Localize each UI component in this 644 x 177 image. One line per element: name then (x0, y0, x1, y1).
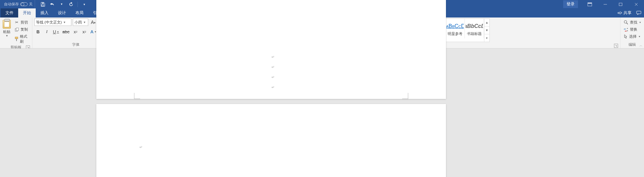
svg-rect-5 (619, 3, 622, 6)
svg-line-56 (626, 23, 628, 24)
search-icon (624, 20, 628, 25)
svg-rect-15 (16, 39, 17, 41)
svg-point-55 (624, 21, 627, 23)
style-name: 书籍标题 (467, 31, 482, 36)
svg-rect-3 (588, 3, 592, 4)
underline-button[interactable]: U▼ (52, 28, 60, 35)
save-icon[interactable] (40, 1, 46, 7)
group-label-editing: 编辑 (629, 42, 636, 46)
gallery-up-button[interactable]: ▲ (484, 19, 489, 26)
copy-icon (14, 27, 19, 32)
font-name-value: 等线 (中文正文) (36, 20, 62, 25)
ribbon-display-options-icon[interactable] (582, 0, 598, 8)
page-2[interactable]: ↵ (96, 104, 446, 177)
replace-icon: abac (624, 28, 628, 32)
cut-label: 剪切 (21, 20, 28, 25)
style-preview: AaBbCcDd (465, 21, 483, 31)
scissors-icon: ✂ (14, 20, 19, 25)
svg-rect-0 (42, 5, 44, 6)
paragraph-mark-icon: ↵ (271, 65, 275, 69)
chevron-down-icon: ▼ (63, 21, 66, 24)
cut-button[interactable]: ✂ 剪切 (13, 19, 30, 26)
grow-font-button[interactable]: A▴ (90, 19, 97, 26)
separator (77, 2, 78, 7)
style-name: 明显参考 (448, 31, 462, 36)
chevron-down-icon: ▼ (57, 31, 59, 33)
undo-icon[interactable] (49, 1, 55, 7)
comments-button[interactable] (636, 11, 641, 15)
copy-button[interactable]: 复制 (13, 26, 30, 33)
chevron-down-icon: ▼ (639, 21, 641, 24)
undo-more-caret-icon[interactable]: ▼ (59, 1, 65, 7)
close-icon[interactable] (629, 0, 644, 8)
share-label: 共享 (623, 10, 632, 16)
paragraph-mark-icon: ↵ (271, 85, 275, 90)
bold-button[interactable]: B (34, 28, 42, 35)
replace-label: 替换 (630, 27, 637, 32)
style-swatch[interactable]: AaBbCcDd明显参考 (446, 19, 465, 38)
paragraph-mark-icon: ↵ (271, 75, 275, 79)
share-icon (617, 11, 622, 15)
font-name-dropdown[interactable]: 等线 (中文正文)▼ (34, 19, 71, 26)
dialog-launcher-styles[interactable]: ↘ (614, 44, 618, 48)
style-swatch[interactable]: AaBbCcDd书籍标题 (465, 19, 484, 38)
paste-button[interactable]: 粘贴 ▼ (2, 19, 12, 37)
tab-file[interactable]: 文件 (1, 8, 18, 17)
svg-text:ac: ac (625, 30, 627, 32)
subscript-button[interactable]: x2 (72, 28, 79, 35)
cursor-icon (624, 34, 627, 39)
quick-access-toolbar: ▼ ▾ (37, 1, 90, 7)
font-size-dropdown[interactable]: 小四▼ (73, 19, 88, 26)
document-area[interactable]: ↵ ↵ ↵ ↵ ↵ (0, 48, 644, 177)
maximize-icon[interactable] (613, 0, 629, 8)
replace-button[interactable]: abac 替换 (622, 26, 639, 33)
tab-insert[interactable]: 插入 (36, 8, 53, 17)
sign-in-button[interactable]: 登录 (563, 0, 578, 8)
comment-icon (636, 11, 641, 15)
select-button[interactable]: 选择 ▼ (622, 33, 642, 40)
chevron-down-icon: ▼ (83, 21, 86, 24)
toggle-pill-icon (20, 2, 28, 6)
paragraph-mark-icon: ↵ (139, 145, 142, 149)
chevron-down-icon: ▼ (5, 34, 8, 37)
svg-rect-11 (637, 11, 641, 14)
share-button[interactable]: 共享 (617, 10, 632, 16)
tab-design[interactable]: 设计 (53, 8, 71, 17)
autosave-toggle[interactable]: 自动保存 关 (2, 0, 35, 8)
group-clipboard: 粘贴 ▼ ✂ 剪切 复制 格式刷 (0, 17, 32, 48)
chevron-down-icon: ▼ (638, 35, 641, 38)
svg-rect-13 (16, 28, 19, 31)
svg-point-10 (618, 12, 619, 14)
strikethrough-button[interactable]: abc (61, 28, 70, 35)
format-painter-button[interactable]: 格式刷 (13, 33, 30, 45)
page-1[interactable]: ↵ ↵ ↵ ↵ (96, 0, 446, 99)
svg-rect-14 (15, 37, 18, 39)
autosave-state: 关 (29, 2, 33, 7)
find-button[interactable]: 查找 ▼ (622, 19, 643, 26)
paste-label: 粘贴 (3, 29, 10, 34)
font-size-value: 小四 (74, 20, 82, 25)
superscript-button[interactable]: x2 (80, 28, 88, 35)
select-label: 选择 (629, 34, 637, 39)
minimize-icon[interactable] (598, 0, 613, 8)
paste-icon (3, 20, 11, 29)
paragraph-mark-icon: ↵ (271, 55, 275, 59)
brush-icon (14, 37, 19, 41)
gallery-more-button[interactable]: ▾ (484, 34, 489, 42)
redo-icon[interactable] (68, 1, 74, 7)
group-label-font: 字体 (72, 42, 79, 46)
format-painter-label: 格式刷 (20, 34, 29, 44)
margin-corner-icon (402, 93, 408, 99)
customize-qat-caret-icon[interactable]: ▾ (81, 1, 87, 7)
find-label: 查找 (630, 20, 637, 25)
gallery-scroll: ▲▼▾ (484, 19, 489, 42)
margin-corner-icon (134, 93, 140, 99)
collapse-ribbon-button[interactable]: ︿ (639, 43, 643, 48)
gallery-down-button[interactable]: ▼ (484, 26, 489, 34)
tab-home[interactable]: 开始 (18, 8, 36, 17)
italic-button[interactable]: I (43, 28, 51, 35)
copy-label: 复制 (21, 27, 28, 32)
style-preview: AaBbCcDd (446, 21, 464, 31)
tab-layout[interactable]: 布局 (71, 8, 88, 17)
autosave-label: 自动保存 (4, 2, 19, 7)
